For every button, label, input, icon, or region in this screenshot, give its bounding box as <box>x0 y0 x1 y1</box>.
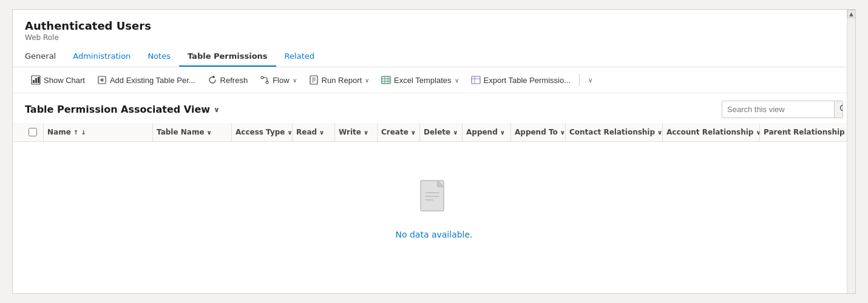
grid-header: Name ↑ ↓ Table Name ∨ Access Type ∨ Read… <box>13 123 855 142</box>
record-header: Authenticated Users Web Role <box>13 10 855 42</box>
tab-table-permissions[interactable]: Table Permissions <box>179 47 276 67</box>
flow-label: Flow <box>273 76 289 85</box>
empty-state-icon <box>416 178 452 222</box>
col-create[interactable]: Create ∨ <box>377 123 419 141</box>
col-account-label: Account Relationship <box>666 128 753 136</box>
export-icon <box>471 75 481 85</box>
toolbar: Show Chart Add Existing Table Per... Ref… <box>13 67 855 93</box>
run-report-icon <box>309 75 319 85</box>
excel-templates-button[interactable]: Excel Templates ∨ <box>375 72 464 88</box>
col-checkbox[interactable] <box>25 123 43 141</box>
col-delete[interactable]: Delete ∨ <box>419 123 462 141</box>
more-chevron-icon: ∨ <box>588 77 592 84</box>
refresh-button[interactable]: Refresh <box>202 72 254 88</box>
col-access-type[interactable]: Access Type ∨ <box>231 123 292 141</box>
svg-point-8 <box>266 81 268 84</box>
more-actions-button[interactable]: ∨ <box>582 74 598 87</box>
record-title: Authenticated Users <box>25 19 843 32</box>
export-table-label: Export Table Permissio... <box>484 76 571 85</box>
grid-container: Name ↑ ↓ Table Name ∨ Access Type ∨ Read… <box>13 123 855 293</box>
run-report-label: Run Report <box>322 76 362 85</box>
svg-rect-1 <box>33 80 35 83</box>
excel-chevron-icon: ∨ <box>455 77 459 84</box>
empty-state-message: No data available. <box>395 230 472 239</box>
col-append-chevron: ∨ <box>500 129 505 136</box>
col-read-label: Read <box>296 128 317 136</box>
svg-rect-2 <box>35 78 37 83</box>
excel-icon <box>381 75 391 85</box>
flow-chevron-icon: ∨ <box>293 77 297 84</box>
col-delete-label: Delete <box>424 128 450 136</box>
col-write-chevron: ∨ <box>364 129 368 136</box>
scroll-up-arrow[interactable]: ▲ <box>847 10 856 18</box>
svg-rect-3 <box>38 77 39 83</box>
refresh-icon <box>208 75 217 85</box>
search-button[interactable] <box>834 101 843 118</box>
col-read-chevron: ∨ <box>319 129 324 136</box>
record-subtitle: Web Role <box>25 33 843 42</box>
tab-general[interactable]: General <box>25 47 64 67</box>
export-table-button[interactable]: Export Table Permissio... <box>465 72 577 88</box>
excel-templates-label: Excel Templates <box>394 76 451 85</box>
view-title-text: Table Permission Associated View <box>25 104 210 115</box>
col-write[interactable]: Write ∨ <box>334 123 377 141</box>
search-input[interactable] <box>722 102 834 117</box>
tab-administration[interactable]: Administration <box>64 47 139 67</box>
col-contact-chevron: ∨ <box>657 129 662 136</box>
empty-state: No data available. <box>13 142 855 264</box>
col-delete-chevron: ∨ <box>453 129 458 136</box>
flow-button[interactable]: Flow ∨ <box>254 72 302 88</box>
view-dropdown-icon: ∨ <box>214 105 220 114</box>
run-report-chevron-icon: ∨ <box>365 77 369 84</box>
col-parent-relationship[interactable]: Parent Relationship ∨ <box>759 123 850 141</box>
add-existing-label: Add Existing Table Per... <box>110 76 195 85</box>
select-all-checkbox[interactable] <box>29 128 37 136</box>
col-name[interactable]: Name ↑ ↓ <box>43 123 152 141</box>
svg-rect-13 <box>382 76 390 84</box>
col-contact-label: Contact Relationship <box>569 128 655 136</box>
col-contact-relationship[interactable]: Contact Relationship ∨ <box>565 123 662 141</box>
col-appendto-chevron: ∨ <box>560 129 565 136</box>
svg-point-21 <box>841 105 844 111</box>
col-name-sort-asc: ↑ <box>73 129 78 136</box>
search-box <box>722 101 843 118</box>
col-name-sort-desc: ↓ <box>81 129 86 136</box>
view-header: Table Permission Associated View ∨ <box>13 93 855 123</box>
add-existing-icon <box>97 75 107 85</box>
add-existing-button[interactable]: Add Existing Table Per... <box>91 72 202 88</box>
scrollbar[interactable]: ▲ <box>847 10 855 293</box>
toolbar-separator <box>579 74 580 86</box>
col-write-label: Write <box>339 128 361 136</box>
col-name-label: Name <box>47 128 71 136</box>
svg-point-7 <box>261 76 263 79</box>
tab-related[interactable]: Related <box>276 47 323 67</box>
refresh-label: Refresh <box>220 76 248 85</box>
col-table-name[interactable]: Table Name ∨ <box>152 123 231 141</box>
col-appendto-label: Append To <box>515 128 558 136</box>
col-append-label: Append <box>466 128 498 136</box>
col-append-to[interactable]: Append To ∨ <box>510 123 565 141</box>
col-access-label: Access Type <box>236 128 285 136</box>
col-create-chevron: ∨ <box>411 129 416 136</box>
flow-icon <box>260 75 270 85</box>
col-table-label: Table Name <box>157 128 205 136</box>
tab-notes[interactable]: Notes <box>139 47 179 67</box>
tabs-bar: General Administration Notes Table Permi… <box>13 42 855 67</box>
svg-rect-18 <box>472 76 480 84</box>
col-read[interactable]: Read ∨ <box>292 123 334 141</box>
col-parent-label: Parent Relationship <box>764 128 845 136</box>
main-panel: ▲ Authenticated Users Web Role General A… <box>12 9 856 294</box>
col-account-relationship[interactable]: Account Relationship ∨ <box>662 123 759 141</box>
col-table-chevron: ∨ <box>207 129 212 136</box>
show-chart-button[interactable]: Show Chart <box>25 72 91 88</box>
run-report-button[interactable]: Run Report ∨ <box>303 72 375 88</box>
view-title[interactable]: Table Permission Associated View ∨ <box>25 104 220 115</box>
col-append[interactable]: Append ∨ <box>462 123 510 141</box>
show-chart-label: Show Chart <box>44 76 85 85</box>
show-chart-icon <box>31 75 41 85</box>
col-create-label: Create <box>381 128 409 136</box>
